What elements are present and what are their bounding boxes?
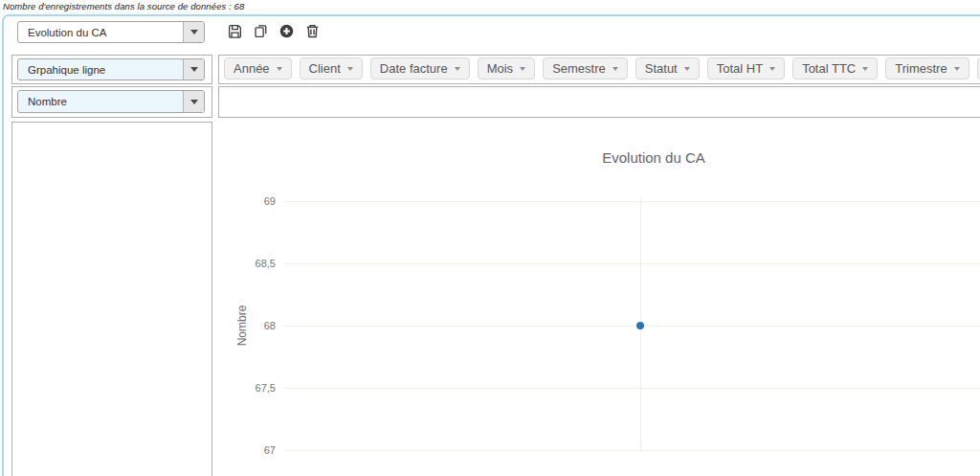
field-button-semestre[interactable]: Semestre bbox=[543, 57, 628, 79]
field-label: Mois bbox=[487, 61, 513, 76]
horizontal-gridline bbox=[283, 326, 980, 327]
field-button-annee[interactable]: Année bbox=[224, 57, 292, 79]
y-tick-label: 69 bbox=[226, 195, 276, 207]
chart-title: Evolution du CA bbox=[414, 149, 893, 166]
measure-selector[interactable]: Nombre bbox=[17, 90, 205, 113]
chevron-down-icon bbox=[277, 67, 282, 71]
pivot-chart-builder: Nombre d'enregistrements dans la source … bbox=[0, 0, 980, 476]
field-button-mois[interactable]: Mois bbox=[478, 57, 535, 79]
field-button-client[interactable]: Client bbox=[300, 57, 363, 79]
horizontal-gridline bbox=[283, 201, 980, 202]
field-label: Année bbox=[234, 61, 270, 76]
field-label: Date facture bbox=[380, 61, 448, 76]
series-data-point[interactable] bbox=[636, 322, 644, 329]
chevron-down-icon bbox=[455, 67, 460, 71]
chart-type-selector-value: Grpahique ligne bbox=[18, 64, 183, 76]
y-tick-label: 67 bbox=[226, 444, 276, 456]
report-toolbar bbox=[226, 22, 321, 39]
y-tick-label: 68,5 bbox=[226, 258, 276, 269]
field-label: Total TTC bbox=[802, 61, 856, 76]
chevron-down-icon bbox=[954, 67, 960, 71]
chevron-down-icon bbox=[190, 67, 198, 72]
chevron-down-icon bbox=[190, 30, 198, 34]
horizontal-gridline bbox=[283, 263, 980, 264]
column-drop-zone[interactable] bbox=[218, 86, 980, 118]
report-selector[interactable]: Evolution du CA bbox=[17, 21, 205, 43]
chevron-down-icon bbox=[769, 67, 775, 71]
chevron-down-icon bbox=[347, 67, 353, 71]
trash-icon bbox=[304, 23, 321, 39]
save-button[interactable] bbox=[226, 22, 243, 39]
field-button-statut[interactable]: Statut bbox=[635, 57, 700, 79]
add-button[interactable] bbox=[278, 22, 295, 39]
field-button-trimestre[interactable]: Trimestre bbox=[885, 57, 969, 79]
add-circle-icon bbox=[278, 23, 295, 39]
field-button-type[interactable]: Type bbox=[977, 57, 980, 79]
delete-button[interactable] bbox=[303, 22, 321, 39]
chart-type-selector[interactable]: Grpahique ligne bbox=[17, 58, 205, 80]
field-button-date-facture[interactable]: Date facture bbox=[370, 57, 470, 79]
chevron-down-icon bbox=[862, 67, 868, 71]
field-label: Total HT bbox=[717, 61, 763, 76]
field-label: Semestre bbox=[552, 61, 606, 76]
row-drop-panel[interactable] bbox=[11, 122, 212, 476]
duplicate-button[interactable] bbox=[252, 22, 269, 39]
measure-selector-arrow-button[interactable] bbox=[183, 91, 204, 112]
y-tick-label: 67,5 bbox=[226, 382, 276, 394]
save-icon bbox=[227, 23, 243, 39]
horizontal-gridline bbox=[283, 388, 980, 389]
field-button-list: Année Client Date facture Mois Semestre … bbox=[224, 57, 980, 79]
chevron-down-icon bbox=[190, 100, 198, 104]
horizontal-gridline bbox=[283, 450, 980, 451]
field-label: Client bbox=[309, 61, 341, 76]
field-label: Statut bbox=[645, 61, 678, 76]
copy-icon bbox=[253, 23, 269, 39]
chevron-down-icon bbox=[612, 67, 618, 71]
chevron-down-icon bbox=[684, 67, 690, 71]
chevron-down-icon bbox=[520, 67, 525, 71]
chart-type-selector-arrow-button[interactable] bbox=[183, 59, 204, 79]
field-button-total-ht[interactable]: Total HT bbox=[707, 57, 785, 79]
field-label: Trimestre bbox=[895, 61, 947, 76]
record-count-text: Nombre d'enregistrements dans la source … bbox=[3, 1, 244, 11]
y-tick-label: 68 bbox=[226, 320, 276, 331]
measure-selector-value: Nombre bbox=[18, 96, 183, 107]
report-selector-arrow-button[interactable] bbox=[183, 22, 204, 42]
field-button-total-ttc[interactable]: Total TTC bbox=[792, 57, 878, 79]
report-selector-value: Evolution du CA bbox=[18, 27, 183, 38]
